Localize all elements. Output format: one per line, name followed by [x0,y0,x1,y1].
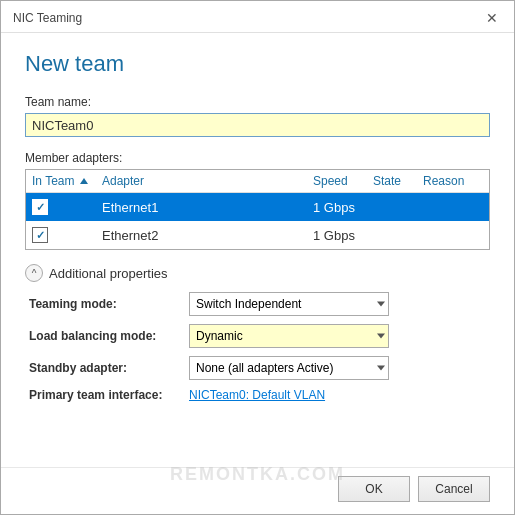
main-content: New team Team name: Member adapters: In … [1,33,514,467]
sort-arrow-icon [80,178,88,184]
page-title: New team [25,51,490,77]
col-header-speed: Speed [313,174,373,188]
col-header-team: In Team [32,174,102,188]
window: NIC Teaming ✕ New team Team name: Member… [0,0,515,515]
window-title: NIC Teaming [13,11,82,25]
table-row[interactable]: Ethernet1 1 Gbps [26,193,489,221]
adapter1-speed: 1 Gbps [313,200,373,215]
cancel-button[interactable]: Cancel [418,476,490,502]
adapters-table: In Team Adapter Speed State Reason Ether… [25,169,490,250]
adapter1-checkbox[interactable] [32,199,48,215]
col-header-state: State [373,174,423,188]
load-balancing-select-wrapper: Dynamic Hyper-V Port Transport Ports [189,324,389,348]
additional-properties-title: Additional properties [49,266,168,281]
adapter2-speed: 1 Gbps [313,228,373,243]
member-adapters-label: Member adapters: [25,151,490,165]
col-header-reason: Reason [423,174,483,188]
ok-button[interactable]: OK [338,476,410,502]
close-button[interactable]: ✕ [482,11,502,25]
teaming-mode-select[interactable]: Switch Independent Static Teaming LACP [189,292,389,316]
col-header-adapter: Adapter [102,174,313,188]
adapter1-name: Ethernet1 [102,200,313,215]
primary-interface-link[interactable]: NICTeam0: Default VLAN [189,388,490,402]
load-balancing-label: Load balancing mode: [29,329,189,343]
chevron-up-icon[interactable]: ^ [25,264,43,282]
standby-adapter-select-wrapper: None (all adapters Active) Ethernet1 Eth… [189,356,389,380]
teaming-mode-label: Teaming mode: [29,297,189,311]
additional-properties: ^ Additional properties Teaming mode: Sw… [25,264,490,402]
adapter2-name: Ethernet2 [102,228,313,243]
teaming-mode-select-wrapper: Switch Independent Static Teaming LACP [189,292,389,316]
table-row[interactable]: Ethernet2 1 Gbps [26,221,489,249]
properties-grid: Teaming mode: Switch Independent Static … [25,292,490,402]
adapter2-checkbox[interactable] [32,227,48,243]
table-header: In Team Adapter Speed State Reason [26,170,489,193]
standby-adapter-select[interactable]: None (all adapters Active) Ethernet1 Eth… [189,356,389,380]
additional-properties-header[interactable]: ^ Additional properties [25,264,490,282]
team-name-label: Team name: [25,95,490,109]
footer: OK Cancel [1,467,514,514]
team-name-input[interactable] [25,113,490,137]
standby-adapter-label: Standby adapter: [29,361,189,375]
load-balancing-select[interactable]: Dynamic Hyper-V Port Transport Ports [189,324,389,348]
primary-interface-label: Primary team interface: [29,388,189,402]
title-bar: NIC Teaming ✕ [1,1,514,33]
